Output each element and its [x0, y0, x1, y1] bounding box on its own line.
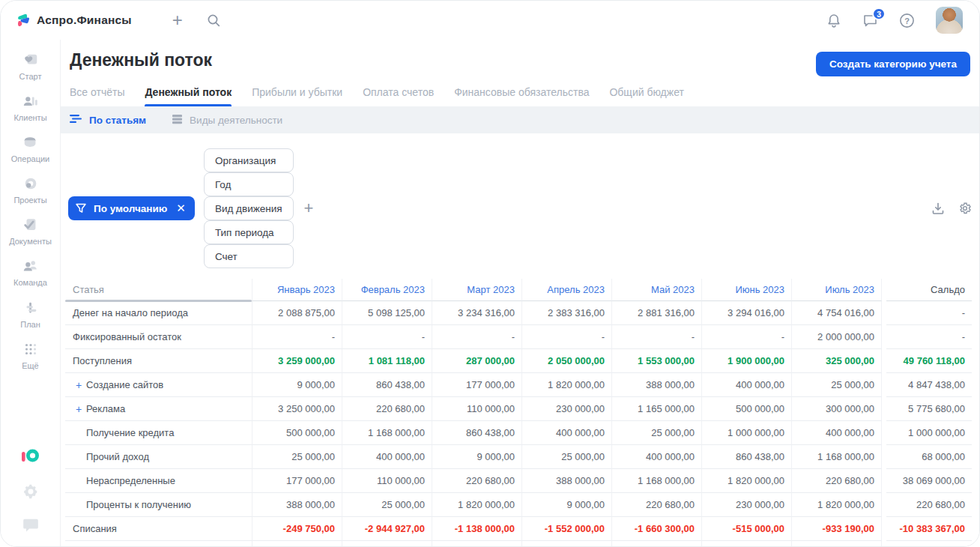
- filter-chip-1[interactable]: Организация: [204, 148, 294, 172]
- cell-value: 325 000,00: [792, 349, 882, 373]
- cell-value: -2 944 927,00: [342, 517, 432, 541]
- clients-icon: [22, 93, 39, 109]
- sidebar-item-3[interactable]: Операции: [4, 134, 58, 163]
- main-area: Денежный поток Создать категорию учета В…: [61, 40, 979, 547]
- sidebar-item-label: Операции: [11, 154, 49, 163]
- cell-saldo-value: 1 000 000,00: [886, 421, 972, 445]
- cell-saldo-value: -: [886, 301, 972, 325]
- cell-value: 300 000,00: [792, 397, 882, 421]
- row-label[interactable]: Получение кредита: [65, 421, 252, 445]
- cell-saldo-value: 5 775 680,00: [886, 397, 972, 421]
- row-label[interactable]: Фиксированный остаток: [65, 325, 252, 349]
- sidebar-item-8[interactable]: Ещё: [4, 341, 58, 370]
- filter-chip-4[interactable]: Тип периода: [204, 220, 294, 244]
- expand-row-icon[interactable]: +: [73, 403, 85, 415]
- messages-icon[interactable]: 3: [862, 13, 878, 28]
- cell-value: 2 088 875,00: [252, 301, 342, 325]
- sidebar-item-label: Клиенты: [13, 113, 46, 122]
- tab-6[interactable]: Общий бюджет: [609, 86, 683, 106]
- cell-value: 400 000,00: [342, 445, 432, 469]
- app-window: Аспро.Финансы + 3: [0, 0, 980, 547]
- sidebar-item-4[interactable]: Проекты: [4, 175, 58, 205]
- column-header-month[interactable]: Январь 2023: [252, 279, 342, 301]
- cell-value: 110 000,00: [432, 397, 522, 421]
- column-header-month[interactable]: Апрель 2023: [522, 279, 612, 301]
- sidebar-item-5[interactable]: Документы: [4, 217, 58, 246]
- table-settings-gear-icon[interactable]: [958, 202, 972, 215]
- clear-filter-icon[interactable]: ✕: [176, 202, 186, 215]
- cell-value: 1 820 000,00: [702, 469, 792, 493]
- search-icon[interactable]: [207, 13, 221, 28]
- sidebar-item-7[interactable]: План: [4, 300, 58, 329]
- cell-value: 3 259 000,00: [252, 349, 342, 373]
- column-header-month[interactable]: Июль 2023: [792, 279, 882, 301]
- row-label[interactable]: Нераспределенные: [65, 469, 252, 493]
- row-label[interactable]: Списания: [65, 517, 252, 541]
- cell-value: 5 098 125,00: [342, 301, 432, 325]
- cell-value: 2 383 316,00: [522, 301, 612, 325]
- cell-value: 220 680,00: [612, 493, 702, 517]
- support-chat-icon[interactable]: [22, 518, 39, 533]
- settings-gear-icon[interactable]: [22, 483, 39, 500]
- row-label[interactable]: Денег на начало периода: [65, 301, 252, 325]
- tab-5[interactable]: Финансовые обязательства: [454, 86, 589, 106]
- row-label[interactable]: Проценты к получению: [65, 493, 252, 517]
- sidebar-item-label: План: [20, 320, 40, 329]
- row-label[interactable]: +Реклама: [65, 397, 252, 421]
- tab-4[interactable]: Оплата счетов: [363, 86, 434, 106]
- add-icon[interactable]: +: [172, 11, 183, 29]
- cell-value: -: [432, 325, 522, 349]
- create-category-button[interactable]: Создать категорию учета: [816, 52, 970, 76]
- column-header-month[interactable]: Июнь 2023: [702, 279, 792, 301]
- cell-value: -515 000,00: [702, 517, 792, 541]
- cell-value: 1 168 000,00: [342, 421, 432, 445]
- list-lines-icon: [70, 114, 82, 126]
- view-tab-label: Виды деятельности: [190, 115, 282, 126]
- row-label[interactable]: +Создание сайтов: [65, 373, 252, 397]
- tab-3[interactable]: Прибыли и убытки: [252, 86, 342, 106]
- add-filter-icon[interactable]: +: [304, 200, 314, 217]
- tab-1[interactable]: Все отчёты: [70, 86, 124, 106]
- sidebar-item-6[interactable]: Команда: [4, 258, 58, 287]
- cell-value: -: [702, 325, 792, 349]
- cell-value: 1 000 000,00: [702, 421, 792, 445]
- help-icon[interactable]: ?: [899, 13, 915, 28]
- cell-value: 25 000,00: [612, 421, 702, 445]
- report-content: По умолчанию ✕ ОрганизацияГодВид движени…: [61, 133, 979, 547]
- cell-value: 400 000,00: [612, 445, 702, 469]
- expand-row-icon[interactable]: +: [73, 379, 85, 391]
- cell-value: 9 000,00: [432, 445, 522, 469]
- tab-2[interactable]: Денежный поток: [145, 86, 232, 106]
- filter-chip-2[interactable]: Год: [204, 172, 294, 196]
- row-label[interactable]: Прочий доход: [65, 445, 252, 469]
- row-label-text: Создание сайтов: [86, 379, 163, 390]
- cell-value: 1 165 000,00: [612, 397, 702, 421]
- row-label[interactable]: Закупка лицензий: [65, 541, 252, 547]
- cell-value: 2 881 316,00: [612, 301, 702, 325]
- cell-value: 388 000,00: [522, 469, 612, 493]
- cell-value: -1 547 358,00: [342, 541, 432, 547]
- filter-chip-3[interactable]: Вид движения: [204, 196, 294, 220]
- sidebar-item-1[interactable]: Старт: [4, 52, 58, 81]
- user-avatar[interactable]: [936, 7, 963, 34]
- cell-saldo-value: 220 680,00: [886, 493, 972, 517]
- sidebar-item-2[interactable]: Клиенты: [4, 93, 58, 122]
- download-icon[interactable]: [931, 202, 945, 215]
- filter-chip-5[interactable]: Счет: [204, 244, 294, 268]
- view-tab-1[interactable]: По статьям: [70, 114, 146, 126]
- row-label[interactable]: Поступления: [65, 349, 252, 373]
- cell-value: 388 000,00: [612, 373, 702, 397]
- start-icon: [22, 52, 39, 68]
- cell-value: 860 438,00: [342, 373, 432, 397]
- notifications-bell-icon[interactable]: [826, 13, 841, 28]
- column-header-month[interactable]: Май 2023: [612, 279, 702, 301]
- cell-value: 177 000,00: [432, 373, 522, 397]
- view-tab-2[interactable]: Виды деятельности: [172, 114, 282, 127]
- cell-value: -821 000,00: [432, 541, 522, 547]
- aspro-color-logo-icon: [21, 447, 40, 465]
- cell-value: 3 250 000,00: [252, 397, 342, 421]
- topbar: Аспро.Финансы + 3: [1, 1, 979, 40]
- column-header-month[interactable]: Март 2023: [432, 279, 522, 301]
- column-header-month[interactable]: Февраль 2023: [342, 279, 432, 301]
- default-filter-chip[interactable]: По умолчанию ✕: [68, 196, 195, 220]
